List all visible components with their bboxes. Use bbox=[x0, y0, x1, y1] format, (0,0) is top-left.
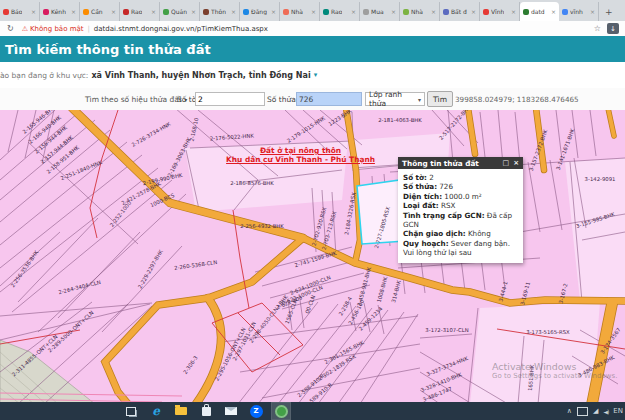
language-indicator[interactable]: EN bbox=[613, 407, 623, 415]
taskbar-file-explorer-icon[interactable] bbox=[172, 403, 190, 419]
tab-close-icon[interactable]: × bbox=[551, 8, 556, 15]
system-tray[interactable]: ∧ ◢ ◄) EN bbox=[567, 402, 623, 420]
parcel-label: 3-172-3107-CLN bbox=[425, 327, 468, 333]
tab-close-icon[interactable]: × bbox=[71, 8, 76, 15]
bookmark-star-icon[interactable]: ☆ bbox=[594, 24, 601, 33]
browser-tab[interactable]: Thôn× bbox=[200, 2, 240, 21]
taskbar-task-view-icon[interactable] bbox=[122, 403, 140, 419]
taskbar-zalo-icon[interactable]: Z bbox=[247, 403, 265, 419]
tab-close-icon[interactable]: × bbox=[111, 8, 116, 15]
download-icon[interactable]: ↓ bbox=[607, 23, 619, 34]
info-row: Chặn giao dịch: Không bbox=[403, 229, 518, 238]
tab-label: Thôn bbox=[211, 8, 226, 15]
browser-tab[interactable]: Bất đ× bbox=[440, 2, 480, 21]
tab-close-icon[interactable]: × bbox=[271, 8, 276, 15]
info-row: Tình trạng cấp GCN: Đã cấp GCN bbox=[403, 211, 518, 230]
browser-tab[interactable]: datd× bbox=[520, 2, 559, 21]
parcel-number-input[interactable]: 726 bbox=[296, 92, 362, 106]
tab-favicon-icon bbox=[123, 9, 129, 15]
tab-label: Kênh bbox=[51, 8, 66, 15]
tab-close-icon[interactable]: × bbox=[431, 8, 436, 15]
url-text[interactable]: datdai.stnmt.dongnai.gov.vn/pTimKiemThua… bbox=[94, 25, 268, 33]
panel-header[interactable]: Thông tin thửa đất □ × bbox=[398, 157, 523, 169]
url-separator: | bbox=[88, 25, 90, 33]
coordinates-readout: 399858.024979; 1183268.476465 bbox=[455, 95, 579, 104]
tab-label: Cần bbox=[91, 8, 103, 15]
network-icon[interactable]: ◢ bbox=[593, 407, 598, 415]
tab-close-icon[interactable]: × bbox=[391, 8, 396, 15]
info-row: Quy hoạch: Sever đang bận. Vui lòng thử … bbox=[403, 239, 518, 258]
parcel-label: 3-142-9091 bbox=[585, 176, 616, 182]
tray-chevron-icon[interactable]: ∧ bbox=[567, 407, 572, 415]
parcel-label: 2-256-4932-BHK bbox=[240, 223, 284, 229]
browser-tab[interactable]: Quản× bbox=[160, 2, 200, 21]
tab-label: Rao bbox=[131, 8, 142, 15]
browser-tab[interactable]: Rao× bbox=[120, 2, 160, 21]
tab-close-icon[interactable]: × bbox=[191, 8, 196, 15]
location-bar: ào bạn đang ở khu vực: xã Vĩnh Thanh, hu… bbox=[0, 62, 625, 88]
taskbar: eZ ∧ ◢ ◄) EN bbox=[0, 402, 625, 420]
search-form: Tìm theo số hiệu thửa đất ▾ Số tờ: Số th… bbox=[0, 88, 625, 111]
taskbar-edge-icon[interactable]: e bbox=[147, 403, 165, 419]
tab-close-icon[interactable]: × bbox=[231, 8, 236, 15]
tab-favicon-icon bbox=[443, 9, 449, 15]
browser-tab[interactable]: Kênh× bbox=[40, 2, 80, 21]
browser-tab[interactable]: Mua× bbox=[360, 2, 400, 21]
page-title: Tìm kiếm thông tin thửa đất bbox=[0, 42, 211, 57]
parcel-label: 2-186-8576-BHK bbox=[230, 180, 274, 186]
tab-favicon-icon bbox=[3, 9, 9, 15]
tab-close-icon[interactable]: × bbox=[351, 8, 356, 15]
info-row: Số thửa: 726 bbox=[403, 182, 518, 191]
taskbar-store-icon[interactable] bbox=[197, 403, 215, 419]
tab-close-icon[interactable]: × bbox=[311, 8, 316, 15]
tab-close-icon[interactable]: × bbox=[151, 8, 156, 15]
chevron-down-icon: ▾ bbox=[418, 96, 421, 103]
search-mode-select[interactable]: Tìm theo số hiệu thửa đất ▾ bbox=[85, 95, 187, 104]
browser-tab[interactable]: vĩnh× bbox=[559, 2, 599, 21]
parcel-info-panel[interactable]: Thông tin thửa đất □ × Số tờ: 2Số thửa: … bbox=[398, 157, 523, 263]
parcel-label: 2-181-4063-BHK bbox=[378, 117, 422, 123]
tab-favicon-icon bbox=[363, 9, 369, 15]
browser-tab[interactable]: Báo× bbox=[0, 2, 40, 21]
tab-close-icon[interactable]: × bbox=[590, 8, 595, 15]
maximize-icon[interactable]: □ bbox=[503, 159, 510, 167]
browser-tab[interactable]: Cần× bbox=[80, 2, 120, 21]
tab-label: datd bbox=[531, 8, 545, 15]
browser-tab[interactable]: Nhà× bbox=[280, 2, 320, 21]
tab-close-icon[interactable]: × bbox=[31, 8, 36, 15]
location-caret-icon[interactable]: ▾ bbox=[314, 71, 318, 79]
reload-icon[interactable]: ↻ bbox=[7, 24, 14, 33]
new-tab-button[interactable]: + bbox=[599, 2, 619, 21]
volume-icon[interactable]: ◄) bbox=[603, 408, 608, 415]
taskbar-mail-icon[interactable] bbox=[222, 403, 240, 419]
location-area[interactable]: xã Vĩnh Thanh, huyện Nhơn Trạch, tỉnh Đồ… bbox=[91, 71, 310, 80]
browser-tab[interactable]: Rao× bbox=[320, 2, 360, 21]
close-icon[interactable]: × bbox=[513, 159, 519, 167]
tab-favicon-icon bbox=[562, 9, 568, 15]
tab-favicon-icon bbox=[83, 9, 89, 15]
tab-favicon-icon bbox=[43, 9, 49, 15]
page-header: Tìm kiếm thông tin thửa đất bbox=[0, 36, 625, 62]
display-icon[interactable] bbox=[577, 407, 588, 416]
tab-close-icon[interactable]: × bbox=[511, 8, 516, 15]
browser-tab-bar: Báo×Kênh×Cần×Rao×Quản×Thôn×Đăng×Nhà×Rao×… bbox=[0, 0, 625, 21]
layer-select[interactable]: Lớp ranh thửa▾ bbox=[365, 92, 425, 106]
security-warning-icon[interactable]: ⚠ bbox=[22, 25, 28, 33]
cadastral-map[interactable]: 2-165-946-BHK2-166-948-BHK2-156-944-BHK2… bbox=[0, 110, 625, 402]
tab-label: Quản bbox=[171, 8, 187, 15]
map-area[interactable]: 2-165-946-BHK2-166-948-BHK2-156-944-BHK2… bbox=[0, 110, 625, 402]
tab-close-icon[interactable]: × bbox=[471, 8, 476, 15]
security-warning-text[interactable]: Không bảo mật bbox=[30, 25, 84, 33]
tab-label: vĩnh bbox=[570, 8, 583, 15]
tab-favicon-icon bbox=[403, 9, 409, 15]
browser-tab[interactable]: Đăng× bbox=[240, 2, 280, 21]
screen: { "browser": { "tabs": [ {"label":"Báo",… bbox=[0, 0, 625, 420]
find-button[interactable]: Tìm bbox=[427, 91, 453, 107]
tab-label: Mua bbox=[371, 8, 384, 15]
browser-tab[interactable]: Nhà× bbox=[400, 2, 440, 21]
browser-tab[interactable]: Vĩnh× bbox=[480, 2, 520, 21]
info-row: Loại đất: RSX bbox=[403, 201, 518, 210]
taskbar-browser-active-icon[interactable] bbox=[272, 403, 290, 419]
tab-favicon-icon bbox=[203, 9, 209, 15]
sheet-number-input[interactable] bbox=[195, 92, 265, 106]
